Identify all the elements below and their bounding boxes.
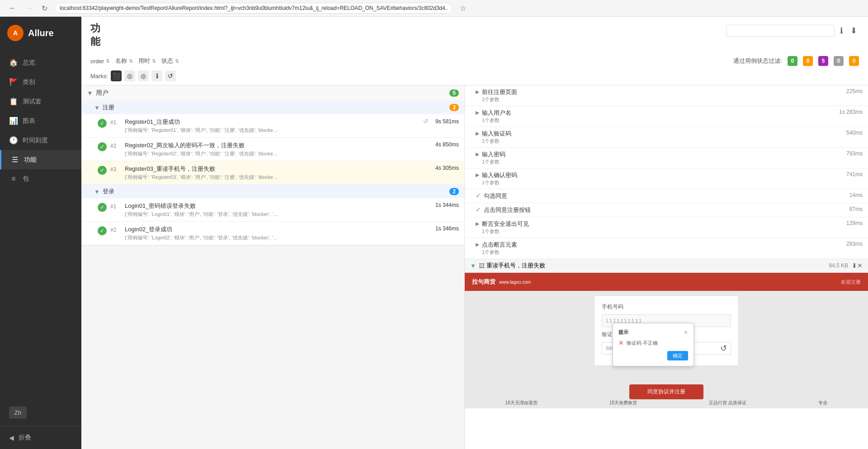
behavior-duration-2: 540ms xyxy=(846,130,863,136)
sub-group-register: ▼ 注册 3 ✓ #1 Register01_注册成功 {'用例编号': xyxy=(81,101,464,185)
download-button[interactable]: ⬇ xyxy=(849,24,859,37)
user-group-badge: 5 xyxy=(449,89,459,97)
sidebar-label-behaviors: 功能 xyxy=(24,156,37,164)
behavior-input-username[interactable]: ▶ 输入用户名 1个参数 1s 283ms xyxy=(465,106,868,127)
test-meta-login02: 1s 346ms xyxy=(432,225,459,232)
test-row-register03[interactable]: ✓ #3 Register03_重读手机号，注册失败 {'用例编号': 'Reg… xyxy=(81,161,464,185)
behavior-input-password[interactable]: ▶ 输入密码 1个参数 793ms xyxy=(465,148,868,168)
url-bar: ← → ↻ ☆ xyxy=(0,0,868,17)
login-expand-icon: ▼ xyxy=(94,188,100,195)
collapse-button[interactable]: ◀ 折叠 xyxy=(0,426,81,449)
behavior-click-assert-element[interactable]: ▶ 点击断言元素 1个参数 283ms xyxy=(465,238,868,259)
behavior-sub-3: 1个参数 xyxy=(482,159,846,165)
behavior-check-icon-5: ✓ xyxy=(476,192,481,199)
behavior-name-7: 断言安全退出可见 xyxy=(482,220,846,228)
package-icon: ≡ xyxy=(9,175,18,183)
sidebar-item-graphs[interactable]: 📊 图表 xyxy=(0,111,81,131)
badge-purple-2[interactable]: 5 xyxy=(818,56,828,66)
order-column-header[interactable]: order ⇅ xyxy=(90,58,110,65)
login-badge: 2 xyxy=(449,188,459,195)
url-input[interactable] xyxy=(55,3,453,14)
sub-group-login-header[interactable]: ▼ 登录 2 xyxy=(81,185,464,198)
info-button[interactable]: ℹ xyxy=(838,24,845,37)
behavior-arrow-1: ▶ xyxy=(476,110,479,116)
login-label: 登录 xyxy=(103,187,114,196)
behavior-input-captcha[interactable]: ▶ 输入验证码 1个参数 540ms xyxy=(465,127,868,148)
sidebar: A Allure 🏠 总览 🚩 类别 📋 测试套 📊 xyxy=(0,17,81,449)
sidebar-item-timeline[interactable]: 🕐 时间刻度 xyxy=(0,131,81,150)
filter-by-label: 通过用例状态过滤: xyxy=(733,57,782,65)
badge-green-0[interactable]: 0 xyxy=(788,56,797,66)
sub-group-login: ▼ 登录 2 ✓ #1 Login01_密码错误登录失败 {'用例编号': xyxy=(81,185,464,245)
test-row-register02[interactable]: ✓ #2 Register02_两次输入的密码不一致，注册失败 {'用例编号':… xyxy=(81,138,464,161)
behavior-goto-register[interactable]: ▶ 前往注册页面 1个参数 225ms xyxy=(465,85,868,106)
test-name-register03: Register03_重读手机号，注册失败 xyxy=(125,165,428,173)
app-name: Allure xyxy=(28,28,54,38)
test-row-login01[interactable]: ✓ #1 Login01_密码错误登录失败 {'用例编号': 'Login01'… xyxy=(81,198,464,222)
sidebar-item-suites[interactable]: 📋 测试套 xyxy=(0,92,81,111)
user-group-label: 用户 xyxy=(96,89,108,97)
mark-check-icon[interactable]: ◎ xyxy=(138,70,149,81)
badge-orange-4[interactable]: 0 xyxy=(849,56,859,66)
sub-group-register-header[interactable]: ▼ 注册 3 xyxy=(81,101,464,114)
language-button[interactable]: Zh xyxy=(9,407,27,419)
content-area: ▼ 用户 5 ▼ 注册 3 xyxy=(81,85,868,449)
screenshot-download-btn[interactable]: ⬇ xyxy=(852,262,857,269)
screenshot-title: 重读手机号，注册失败 xyxy=(486,262,545,270)
clock-icon: 🕐 xyxy=(9,136,18,145)
page-title-line1: 功 xyxy=(90,22,100,35)
test-name-login02: Login02_登录成功 xyxy=(125,225,428,234)
mark-info-icon[interactable]: ℹ xyxy=(151,70,162,81)
behavior-arrow-8: ▶ xyxy=(476,242,479,248)
behavior-input-confirm-password[interactable]: ▶ 输入确认密码 1个参数 741ms xyxy=(465,168,868,189)
mark-retry-icon[interactable]: ↺ xyxy=(165,70,176,81)
time-sort-icon: ⇅ xyxy=(152,58,156,64)
test-name-register01: Register01_注册成功 xyxy=(125,118,420,126)
search-input[interactable] xyxy=(726,25,835,37)
screenshot-header[interactable]: ▼ 🖼 重读手机号，注册失败 94.5 KB ⬇ ✕ xyxy=(465,259,868,273)
behavior-click-agree-register[interactable]: ✓ 点击同意注册按钮 87ms xyxy=(465,203,868,217)
test-params-login01: {'用例编号': 'Login01', '模块': '用户', '功能': '登… xyxy=(125,211,278,218)
sidebar-item-behaviors[interactable]: ☰ 功能 xyxy=(0,150,81,169)
list-icon: ☰ xyxy=(10,155,19,164)
page-title: 功 能 xyxy=(90,22,100,48)
forward-button[interactable]: → xyxy=(24,3,34,13)
header-actions: ℹ ⬇ xyxy=(726,22,859,37)
test-row-register01[interactable]: ✓ #1 Register01_注册成功 {'用例编号': 'Register0… xyxy=(81,114,464,138)
feature-group-user-header[interactable]: ▼ 用户 5 xyxy=(81,85,464,101)
behavior-check-agree[interactable]: ✓ 勾选同意 14ms xyxy=(465,189,868,203)
badge-gray-3[interactable]: 0 xyxy=(834,56,844,66)
behavior-arrow-4: ▶ xyxy=(476,172,479,178)
behavior-duration-8: 283ms xyxy=(846,241,863,247)
test-info-register01: Register01_注册成功 {'用例编号': 'Register01', '… xyxy=(125,118,420,134)
main-header: 功 能 ℹ ⬇ order ⇅ 名称 xyxy=(81,17,868,85)
right-panel: ▶ 前往注册页面 1个参数 225ms ▶ 输入用户名 1个参数 xyxy=(465,85,868,449)
screenshot-close-btn[interactable]: ✕ xyxy=(857,262,863,269)
behavior-assert-security-exit[interactable]: ▶ 断言安全退出可见 1个参数 129ms xyxy=(465,217,868,238)
screenshot-expand-icon: ▼ xyxy=(470,262,476,269)
name-column-header[interactable]: 名称 ⇅ xyxy=(115,57,133,65)
status-sort-icon: ⇅ xyxy=(175,58,179,64)
test-status-login01-icon: ✓ xyxy=(98,203,107,212)
sidebar-item-categories[interactable]: 🚩 类别 xyxy=(0,72,81,92)
sidebar-label-graphs: 图表 xyxy=(23,117,35,125)
test-name-login01: Login01_密码错误登录失败 xyxy=(125,202,428,210)
behavior-sub-4: 1个参数 xyxy=(482,179,846,186)
mark-circle-icon[interactable]: ◎ xyxy=(124,70,135,81)
behavior-name-2: 输入验证码 xyxy=(482,130,846,138)
test-num-2: #2 xyxy=(110,143,121,149)
test-info-register02: Register02_两次输入的密码不一致，注册失败 {'用例编号': 'Reg… xyxy=(125,141,428,157)
time-column-header[interactable]: 用时 ⇅ xyxy=(138,57,156,65)
back-button[interactable]: ← xyxy=(7,3,18,13)
bookmark-button[interactable]: ☆ xyxy=(458,3,468,14)
sidebar-item-overview[interactable]: 🏠 总览 xyxy=(0,53,81,72)
status-column-header[interactable]: 状态 ⇅ xyxy=(161,57,179,65)
mark-filled-icon[interactable]: ⬛ xyxy=(111,70,122,81)
behavior-duration-6: 87ms xyxy=(849,206,863,212)
reload-button[interactable]: ↻ xyxy=(40,3,49,14)
sidebar-item-packages[interactable]: ≡ 包 xyxy=(0,169,81,188)
badge-orange-1[interactable]: 0 xyxy=(803,56,813,66)
behavior-name-5: 勾选同意 xyxy=(484,192,849,200)
test-row-login02[interactable]: ✓ #2 Login02_登录成功 {'用例编号': 'Login02', '模… xyxy=(81,222,464,245)
test-duration-register01: 9s 581ms xyxy=(432,118,459,125)
